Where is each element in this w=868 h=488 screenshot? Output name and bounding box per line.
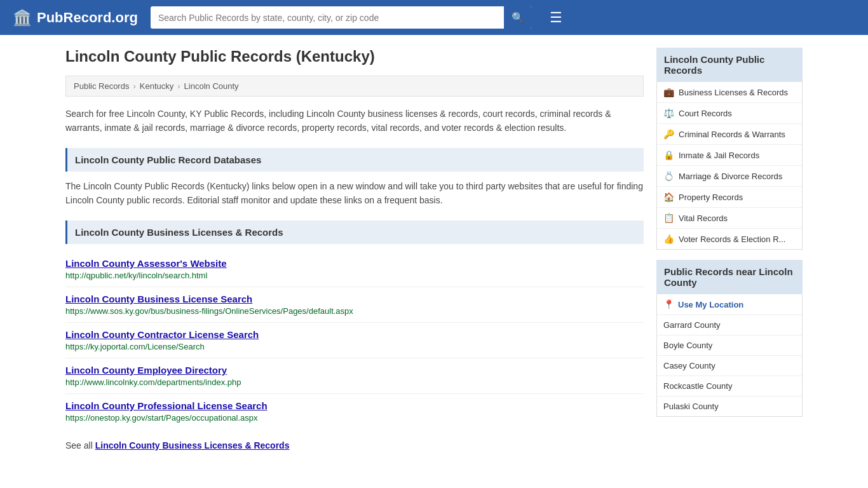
sidebar-record-item-1[interactable]: ⚖️ Court Records	[657, 103, 802, 124]
sidebar-nearby-header: Public Records near Lincoln County	[656, 260, 803, 294]
sidebar-icon-0: 💼	[663, 87, 674, 97]
record-title-2[interactable]: Lincoln County Contractor License Search	[65, 329, 644, 340]
sidebar-record-label-5: Property Records	[679, 193, 743, 202]
nearby-label-1: Garrard County	[663, 320, 721, 330]
sidebar-icon-2: 🔑	[663, 129, 674, 139]
sidebar-nearby-section: Public Records near Lincoln County 📍Use …	[656, 260, 803, 417]
db-section-header: Lincoln County Public Record Databases	[65, 148, 644, 172]
search-bar: 🔍	[151, 6, 532, 29]
breadcrumb-kentucky[interactable]: Kentucky	[140, 81, 173, 91]
see-all-link[interactable]: Lincoln County Business Licenses & Recor…	[95, 440, 290, 451]
nearby-label-4: Rockcastle County	[663, 381, 732, 391]
sidebar-records-header: Lincoln County Public Records	[656, 48, 803, 82]
record-title-4[interactable]: Lincoln County Professional License Sear…	[65, 400, 644, 411]
main-container: Lincoln County Public Records (Kentucky)…	[53, 35, 815, 463]
breadcrumb-sep-1: ›	[133, 81, 135, 91]
breadcrumb-sep-2: ›	[177, 81, 180, 91]
sidebar-record-item-5[interactable]: 🏠 Property Records	[657, 187, 802, 208]
page-description: Search for free Lincoln County, KY Publi…	[65, 107, 644, 135]
sidebar-record-item-2[interactable]: 🔑 Criminal Records & Warrants	[657, 124, 802, 145]
record-title-3[interactable]: Lincoln County Employee Directory	[65, 365, 644, 376]
nearby-label-0: Use My Location	[678, 300, 743, 309]
sidebar-record-item-7[interactable]: 👍 Voter Records & Election R...	[657, 229, 802, 249]
see-all-prefix: See all	[65, 440, 95, 451]
record-url-1: https://www.sos.ky.gov/bus/business-fili…	[65, 306, 644, 316]
sidebar-icon-1: ⚖️	[663, 108, 674, 118]
nearby-item-1[interactable]: Garrard County	[657, 315, 802, 336]
record-url-4: https://onestop.ky.gov/start/Pages/occup…	[65, 413, 644, 423]
record-url-3: http://www.lincolnky.com/departments/ind…	[65, 377, 644, 387]
sidebar: Lincoln County Public Records 💼 Business…	[656, 48, 803, 451]
db-description: The Lincoln County Public Records (Kentu…	[65, 179, 644, 208]
records-list: Lincoln County Assessor's Website http:/…	[65, 252, 644, 429]
menu-button[interactable]: ☰	[545, 8, 567, 27]
sidebar-icon-4: 💍	[663, 171, 674, 181]
sidebar-record-label-2: Criminal Records & Warrants	[679, 130, 785, 139]
sidebar-icon-7: 👍	[663, 234, 674, 244]
record-item: Lincoln County Employee Directory http:/…	[65, 358, 644, 394]
nearby-item-2[interactable]: Boyle County	[657, 336, 802, 356]
nearby-label-2: Boyle County	[663, 341, 712, 350]
nearby-label-3: Casey County	[663, 361, 715, 370]
logo-text: PubRecord.org	[37, 10, 138, 26]
page-title: Lincoln County Public Records (Kentucky)	[65, 48, 644, 65]
record-title-0[interactable]: Lincoln County Assessor's Website	[65, 258, 644, 269]
record-item: Lincoln County Contractor License Search…	[65, 323, 644, 358]
sidebar-record-item-3[interactable]: 🔒 Inmate & Jail Records	[657, 145, 802, 166]
nearby-item-3[interactable]: Casey County	[657, 356, 802, 376]
sidebar-record-label-1: Court Records	[679, 109, 732, 118]
nearby-item-5[interactable]: Pulaski County	[657, 396, 802, 416]
breadcrumb-current: Lincoln County	[184, 81, 239, 91]
sidebar-record-item-4[interactable]: 💍 Marriage & Divorce Records	[657, 166, 802, 187]
sidebar-record-label-6: Vital Records	[679, 214, 728, 223]
record-url-0: http://qpublic.net/ky/lincoln/search.htm…	[65, 271, 644, 280]
logo-icon: 🏛️	[13, 9, 32, 27]
site-logo[interactable]: 🏛️ PubRecord.org	[13, 9, 138, 27]
breadcrumb-public-records[interactable]: Public Records	[74, 81, 129, 91]
record-item: Lincoln County Assessor's Website http:/…	[65, 252, 644, 287]
breadcrumb: Public Records › Kentucky › Lincoln Coun…	[65, 76, 644, 97]
sidebar-record-label-0: Business Licenses & Records	[679, 88, 788, 97]
sidebar-icon-3: 🔒	[663, 150, 674, 160]
business-section-header: Lincoln County Business Licenses & Recor…	[65, 220, 644, 244]
sidebar-record-label-7: Voter Records & Election R...	[679, 234, 785, 244]
record-title-1[interactable]: Lincoln County Business License Search	[65, 294, 644, 304]
sidebar-icon-6: 📋	[663, 213, 674, 223]
search-button[interactable]: 🔍	[504, 6, 532, 29]
nearby-item-0[interactable]: 📍Use My Location	[657, 294, 802, 315]
record-item: Lincoln County Professional License Sear…	[65, 394, 644, 429]
nearby-label-5: Pulaski County	[663, 402, 719, 411]
sidebar-nearby-list: 📍Use My LocationGarrard CountyBoyle Coun…	[656, 294, 803, 417]
sidebar-icon-5: 🏠	[663, 192, 674, 202]
sidebar-record-label-4: Marriage & Divorce Records	[679, 172, 782, 181]
sidebar-record-label-3: Inmate & Jail Records	[679, 151, 759, 160]
search-input[interactable]	[151, 8, 504, 28]
location-pin-icon: 📍	[663, 299, 674, 309]
sidebar-records-list: 💼 Business Licenses & Records ⚖️ Court R…	[656, 82, 803, 250]
record-url-2: https://ky.joportal.com/License/Search	[65, 342, 644, 351]
sidebar-record-item-0[interactable]: 💼 Business Licenses & Records	[657, 82, 802, 103]
sidebar-record-item-6[interactable]: 📋 Vital Records	[657, 208, 802, 229]
site-header: 🏛️ PubRecord.org 🔍 ☰	[0, 0, 868, 35]
nearby-item-4[interactable]: Rockcastle County	[657, 376, 802, 396]
sidebar-records-section: Lincoln County Public Records 💼 Business…	[656, 48, 803, 250]
see-all-container: See all Lincoln County Business Licenses…	[65, 435, 644, 451]
record-item: Lincoln County Business License Search h…	[65, 287, 644, 323]
main-content: Lincoln County Public Records (Kentucky)…	[65, 48, 644, 451]
